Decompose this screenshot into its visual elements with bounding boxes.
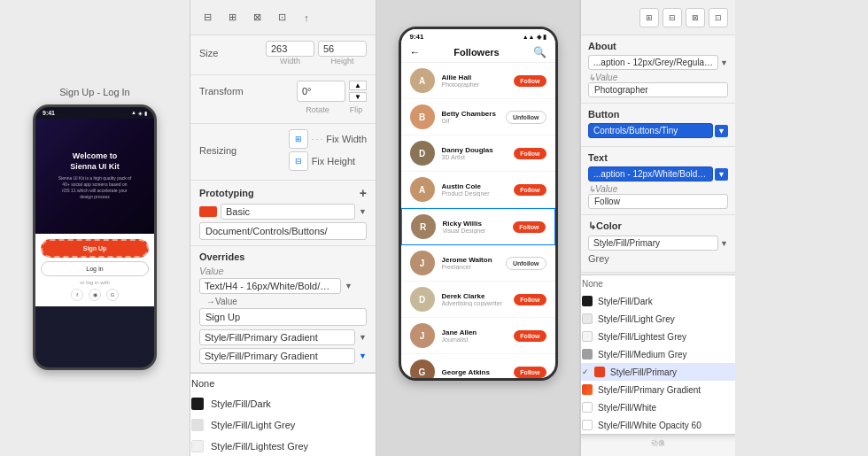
followers-search-icon[interactable]: 🔍: [533, 46, 546, 58]
inspector-white-item[interactable]: Style/Fill/White: [580, 398, 735, 416]
resizing-controls: ⊞ · · · Fix Width ⊟ Fix Height: [289, 129, 367, 171]
follow-btn-2[interactable]: Unfollow: [506, 111, 546, 124]
rotation-input[interactable]: [297, 81, 345, 102]
follower-name-7: Derek Clarke: [442, 292, 508, 300]
follower-row[interactable]: B Betty Chambers Gif Unfollow: [401, 99, 555, 135]
inspector-tool-2[interactable]: ⊟: [663, 8, 682, 27]
follower-info-1: Allie Hall Photographer: [442, 73, 508, 88]
inspector-dark-item[interactable]: Style/Fill/Dark: [580, 292, 735, 310]
inspector-tool-4[interactable]: ⊡: [709, 8, 728, 27]
width-input[interactable]: [266, 41, 314, 57]
follower-row[interactable]: J Jerome Walton Freelancer Unfollow: [401, 245, 555, 282]
followers-back-icon[interactable]: ←: [410, 46, 421, 58]
dropdown-item-dark[interactable]: Style/Fill/Dark: [190, 393, 376, 414]
overrides-signup-value[interactable]: Sign Up: [199, 308, 367, 326]
align-center-btn[interactable]: ⊞: [221, 6, 244, 29]
phone-hero-title: Welcome toSienna UI Kit: [58, 151, 132, 172]
google-icon[interactable]: G: [106, 289, 119, 301]
text-value-label: ↳Value: [588, 184, 728, 194]
text-option-arrow: ▼: [715, 168, 728, 181]
prototyping-add-btn[interactable]: +: [360, 186, 367, 200]
dropdown-dark-label: Style/Fill/Dark: [211, 398, 375, 409]
inspector-tool-1[interactable]: ⊞: [639, 8, 659, 27]
overrides-value-select[interactable]: Text/H4 - 16px/White/Bold/Center: [199, 278, 341, 294]
resize-icon-2[interactable]: ⊟: [289, 151, 308, 171]
inspector-lightest-grey-item[interactable]: Style/Fill/Lightest Grey: [580, 328, 735, 345]
instagram-icon[interactable]: ◉: [89, 289, 101, 301]
follower-row[interactable]: J Jane Allen Journalist Follow: [401, 318, 555, 354]
inspector-primary-item[interactable]: ✓ Style/Fill/Primary: [580, 363, 735, 381]
width-label: Width: [266, 57, 314, 66]
inspector-primary-gradient-item[interactable]: Style/Fill/Primary Gradient: [580, 381, 735, 398]
follower-row[interactable]: D Danny Douglas 3D Artist Follow: [401, 135, 555, 172]
overrides-style-select2[interactable]: Style/Fill/Primary Gradient: [199, 348, 355, 364]
overrides-style-select1[interactable]: Style/Fill/Primary Gradient: [199, 329, 355, 345]
battery-icon: ▮: [144, 110, 147, 116]
facebook-icon[interactable]: f: [71, 289, 83, 301]
overrides-label: Overrides: [199, 251, 244, 262]
text-option-select[interactable]: ...aption - 12px/White/Bold/Center: [588, 166, 713, 182]
color-select[interactable]: Style/Fill/Primary: [588, 236, 718, 251]
size-label: Size: [199, 48, 261, 58]
text-value-box[interactable]: Follow: [588, 194, 728, 209]
follower-row[interactable]: G George Atkins Follow: [401, 354, 555, 381]
follow-btn-6[interactable]: Unfollow: [506, 257, 546, 270]
dropdown-none-item[interactable]: None: [190, 374, 376, 393]
watermark-text: 动像: [581, 435, 735, 452]
follow-btn-8[interactable]: Follow: [514, 330, 546, 342]
dropdown-item-light-grey[interactable]: Style/Fill/Light Grey: [190, 414, 376, 436]
phone-signup-btn[interactable]: Sign Up: [41, 239, 149, 258]
align-left-btn[interactable]: ⊟: [196, 6, 219, 29]
follow-btn-3[interactable]: Follow: [514, 148, 546, 159]
inspector-tool-3[interactable]: ⊠: [686, 8, 705, 27]
follow-btn-1[interactable]: Follow: [514, 75, 546, 87]
follower-row[interactable]: A Austin Cole Product Designer Follow: [401, 172, 555, 208]
inspector-swatch-primary-gradient: [582, 384, 593, 395]
follower-row[interactable]: R Ricky Willis Visual Designer Follow: [401, 208, 555, 245]
rotate-up-btn[interactable]: ▲: [349, 81, 367, 90]
follow-btn-7[interactable]: Follow: [514, 294, 546, 305]
inspector-none-item[interactable]: None: [580, 275, 735, 292]
inspector-medium-grey-item[interactable]: Style/Fill/Medium Grey: [580, 345, 735, 363]
about-option-select[interactable]: ...aption - 12px/Grey/Regular/Left: [588, 55, 718, 70]
align-right-btn[interactable]: ⊠: [245, 6, 268, 29]
inspector-panel: ⊞ ⊟ ⊠ ⊡ About ...aption - 12px/Grey/Regu…: [580, 0, 735, 456]
inspector-lightest-grey-label: Style/Fill/Lightest Grey: [598, 332, 686, 342]
swatch-lightest-grey: [191, 440, 204, 452]
resizing-row-2: ⊟ Fix Height: [289, 151, 367, 171]
prototyping-title: Prototyping +: [199, 186, 367, 200]
follower-row[interactable]: D Derek Clarke Advertising copywriter Fo…: [401, 282, 555, 318]
rotate-label: Rotate: [293, 105, 342, 114]
color-dropdown-menu: None Style/Fill/Dark Style/Fill/Light Gr…: [190, 373, 376, 456]
inspector-white-opacity-item[interactable]: Style/Fill/White Opacity 60: [580, 416, 735, 434]
about-value-label: ↳Value: [588, 73, 728, 82]
follow-btn-5[interactable]: Follow: [513, 221, 545, 233]
followers-status-bar: 9:41 ▲▲ ◈ ▮: [401, 29, 555, 43]
wifi-icon: ◈: [138, 110, 143, 116]
prototype-select[interactable]: Basic: [221, 204, 355, 220]
phone-mockup: 9:41 ▲ ◈ ▮ Welcome toSienna UI Kit Sienn…: [33, 104, 157, 370]
avatar-3: D: [410, 141, 435, 166]
inspector-light-grey-item[interactable]: Style/Fill/Light Grey: [580, 310, 735, 328]
inspector-swatch-primary: [594, 367, 605, 377]
follow-btn-4[interactable]: Follow: [514, 184, 546, 196]
dropdown-item-lightest-grey[interactable]: Style/Fill/Lightest Grey: [190, 436, 376, 456]
height-input[interactable]: [318, 41, 367, 57]
grey-label: Grey: [588, 253, 728, 264]
button-select[interactable]: Controls/Buttons/Tiny: [588, 123, 713, 138]
upload-btn[interactable]: ↑: [295, 6, 318, 29]
rotate-down-btn[interactable]: ▼: [349, 92, 367, 102]
overrides-style-text2: Style/Fill/Primary Gradient: [205, 351, 318, 361]
overrides-title: Overrides: [199, 251, 367, 262]
inspector-white-opacity-label: Style/Fill/White Opacity 60: [598, 421, 701, 430]
phone-login-btn[interactable]: Log In: [41, 261, 149, 276]
followers-status-time: 9:41: [410, 33, 424, 41]
resize-icon-1[interactable]: ⊞: [289, 129, 308, 149]
distribute-btn[interactable]: ⊡: [270, 6, 293, 29]
follow-btn-9[interactable]: Follow: [514, 367, 546, 378]
size-height-group: Height: [318, 41, 367, 66]
inspector-swatch-medium-grey: [582, 349, 593, 359]
follower-row[interactable]: A Allie Hall Photographer Follow: [401, 63, 555, 99]
about-value-box[interactable]: Photographer: [588, 82, 728, 97]
transform-section: Transform ▲ ▼ Rotate Flip: [190, 75, 376, 124]
